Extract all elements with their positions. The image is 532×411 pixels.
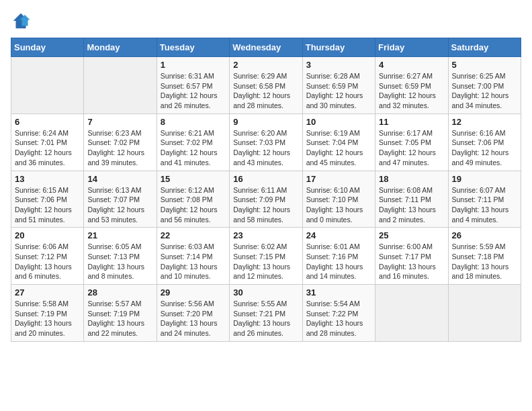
day-info: Sunrise: 6:00 AM Sunset: 7:17 PM Dayligh… [379, 242, 444, 281]
day-cell: 15 Sunrise: 6:12 AM Sunset: 7:08 PM Dayl… [157, 171, 229, 228]
day-info: Sunrise: 6:19 AM Sunset: 7:04 PM Dayligh… [306, 128, 371, 168]
day-cell: 13 Sunrise: 6:15 AM Sunset: 7:06 PM Dayl… [11, 171, 84, 228]
day-number: 7 [87, 117, 152, 127]
logo [11, 11, 34, 31]
day-cell: 29 Sunrise: 5:56 AM Sunset: 7:20 PM Dayl… [157, 285, 229, 342]
day-cell: 5 Sunrise: 6:25 AM Sunset: 7:00 PM Dayli… [448, 57, 521, 114]
day-number: 20 [15, 230, 80, 240]
page-header [11, 11, 521, 31]
day-number: 18 [379, 174, 444, 184]
day-number: 26 [452, 230, 517, 240]
day-number: 8 [161, 117, 226, 127]
day-number: 2 [233, 60, 298, 70]
day-number: 15 [161, 174, 226, 184]
header-day-sunday: Sunday [11, 38, 84, 57]
day-cell: 8 Sunrise: 6:21 AM Sunset: 7:02 PM Dayli… [157, 113, 229, 171]
day-cell: 2 Sunrise: 6:29 AM Sunset: 6:58 PM Dayli… [230, 57, 302, 114]
day-info: Sunrise: 6:07 AM Sunset: 7:11 PM Dayligh… [452, 185, 517, 225]
week-row-3: 13 Sunrise: 6:15 AM Sunset: 7:06 PM Dayl… [11, 171, 521, 228]
calendar-body: 1 Sunrise: 6:31 AM Sunset: 6:57 PM Dayli… [11, 57, 521, 342]
day-number: 21 [87, 230, 152, 240]
day-info: Sunrise: 5:54 AM Sunset: 7:22 PM Dayligh… [306, 299, 371, 338]
calendar-table: SundayMondayTuesdayWednesdayThursdayFrid… [11, 38, 521, 342]
day-cell: 28 Sunrise: 5:57 AM Sunset: 7:19 PM Dayl… [84, 285, 157, 342]
day-info: Sunrise: 6:28 AM Sunset: 6:59 PM Dayligh… [306, 71, 371, 111]
day-number: 19 [452, 174, 517, 184]
day-cell [375, 285, 448, 342]
day-info: Sunrise: 6:15 AM Sunset: 7:06 PM Dayligh… [15, 185, 80, 225]
day-info: Sunrise: 6:23 AM Sunset: 7:02 PM Dayligh… [87, 128, 152, 168]
day-cell: 25 Sunrise: 6:00 AM Sunset: 7:17 PM Dayl… [375, 228, 448, 285]
header-row: SundayMondayTuesdayWednesdayThursdayFrid… [11, 38, 521, 57]
week-row-5: 27 Sunrise: 5:58 AM Sunset: 7:19 PM Dayl… [11, 285, 521, 342]
day-info: Sunrise: 5:59 AM Sunset: 7:18 PM Dayligh… [452, 242, 517, 281]
header-day-friday: Friday [375, 38, 448, 57]
day-info: Sunrise: 6:02 AM Sunset: 7:15 PM Dayligh… [233, 242, 298, 281]
day-number: 29 [161, 287, 226, 298]
day-cell: 11 Sunrise: 6:17 AM Sunset: 7:05 PM Dayl… [375, 113, 448, 171]
day-number: 25 [379, 230, 444, 240]
day-number: 1 [161, 60, 226, 70]
day-number: 23 [233, 230, 298, 240]
day-info: Sunrise: 5:58 AM Sunset: 7:19 PM Dayligh… [15, 299, 80, 338]
day-cell: 14 Sunrise: 6:13 AM Sunset: 7:07 PM Dayl… [84, 171, 157, 228]
day-number: 28 [87, 287, 152, 298]
header-day-thursday: Thursday [302, 38, 375, 57]
day-number: 22 [161, 230, 226, 240]
day-cell: 6 Sunrise: 6:24 AM Sunset: 7:01 PM Dayli… [11, 113, 84, 171]
day-cell: 12 Sunrise: 6:16 AM Sunset: 7:06 PM Dayl… [448, 113, 521, 171]
day-number: 27 [15, 287, 80, 298]
day-cell: 23 Sunrise: 6:02 AM Sunset: 7:15 PM Dayl… [230, 228, 302, 285]
day-cell [11, 57, 84, 114]
day-number: 30 [233, 287, 298, 298]
day-cell: 18 Sunrise: 6:08 AM Sunset: 7:11 PM Dayl… [375, 171, 448, 228]
day-cell [448, 285, 521, 342]
day-number: 17 [306, 174, 371, 184]
day-cell: 3 Sunrise: 6:28 AM Sunset: 6:59 PM Dayli… [302, 57, 375, 114]
day-cell: 26 Sunrise: 5:59 AM Sunset: 7:18 PM Dayl… [448, 228, 521, 285]
day-info: Sunrise: 6:27 AM Sunset: 6:59 PM Dayligh… [379, 71, 444, 111]
day-number: 14 [87, 174, 152, 184]
day-info: Sunrise: 6:25 AM Sunset: 7:00 PM Dayligh… [452, 71, 517, 111]
day-number: 9 [233, 117, 298, 127]
day-cell [84, 57, 157, 114]
day-info: Sunrise: 6:17 AM Sunset: 7:05 PM Dayligh… [379, 128, 444, 168]
day-info: Sunrise: 6:03 AM Sunset: 7:14 PM Dayligh… [161, 242, 226, 281]
day-cell: 20 Sunrise: 6:06 AM Sunset: 7:12 PM Dayl… [11, 228, 84, 285]
header-day-wednesday: Wednesday [230, 38, 302, 57]
day-cell: 27 Sunrise: 5:58 AM Sunset: 7:19 PM Dayl… [11, 285, 84, 342]
day-cell: 31 Sunrise: 5:54 AM Sunset: 7:22 PM Dayl… [302, 285, 375, 342]
day-info: Sunrise: 6:24 AM Sunset: 7:01 PM Dayligh… [15, 128, 80, 168]
week-row-2: 6 Sunrise: 6:24 AM Sunset: 7:01 PM Dayli… [11, 113, 521, 171]
day-cell: 17 Sunrise: 6:10 AM Sunset: 7:10 PM Dayl… [302, 171, 375, 228]
day-cell: 16 Sunrise: 6:11 AM Sunset: 7:09 PM Dayl… [230, 171, 302, 228]
day-cell: 9 Sunrise: 6:20 AM Sunset: 7:03 PM Dayli… [230, 113, 302, 171]
day-info: Sunrise: 6:13 AM Sunset: 7:07 PM Dayligh… [87, 185, 152, 225]
day-number: 13 [15, 174, 80, 184]
day-info: Sunrise: 6:31 AM Sunset: 6:57 PM Dayligh… [161, 71, 226, 111]
day-cell: 30 Sunrise: 5:55 AM Sunset: 7:21 PM Dayl… [230, 285, 302, 342]
day-cell: 7 Sunrise: 6:23 AM Sunset: 7:02 PM Dayli… [84, 113, 157, 171]
day-number: 16 [233, 174, 298, 184]
day-number: 31 [306, 287, 371, 298]
day-info: Sunrise: 6:20 AM Sunset: 7:03 PM Dayligh… [233, 128, 298, 168]
header-day-saturday: Saturday [448, 38, 521, 57]
day-number: 3 [306, 60, 371, 70]
day-info: Sunrise: 6:21 AM Sunset: 7:02 PM Dayligh… [161, 128, 226, 168]
day-cell: 19 Sunrise: 6:07 AM Sunset: 7:11 PM Dayl… [448, 171, 521, 228]
header-day-monday: Monday [84, 38, 157, 57]
day-info: Sunrise: 5:55 AM Sunset: 7:21 PM Dayligh… [233, 299, 298, 338]
day-number: 5 [452, 60, 517, 70]
day-info: Sunrise: 6:29 AM Sunset: 6:58 PM Dayligh… [233, 71, 298, 111]
day-cell: 1 Sunrise: 6:31 AM Sunset: 6:57 PM Dayli… [157, 57, 229, 114]
week-row-4: 20 Sunrise: 6:06 AM Sunset: 7:12 PM Dayl… [11, 228, 521, 285]
day-number: 24 [306, 230, 371, 240]
day-info: Sunrise: 6:08 AM Sunset: 7:11 PM Dayligh… [379, 185, 444, 225]
day-cell: 10 Sunrise: 6:19 AM Sunset: 7:04 PM Dayl… [302, 113, 375, 171]
day-info: Sunrise: 6:05 AM Sunset: 7:13 PM Dayligh… [87, 242, 152, 281]
day-number: 6 [15, 117, 80, 127]
day-number: 4 [379, 60, 444, 70]
day-cell: 24 Sunrise: 6:01 AM Sunset: 7:16 PM Dayl… [302, 228, 375, 285]
day-info: Sunrise: 6:06 AM Sunset: 7:12 PM Dayligh… [15, 242, 80, 281]
calendar-header: SundayMondayTuesdayWednesdayThursdayFrid… [11, 38, 521, 57]
